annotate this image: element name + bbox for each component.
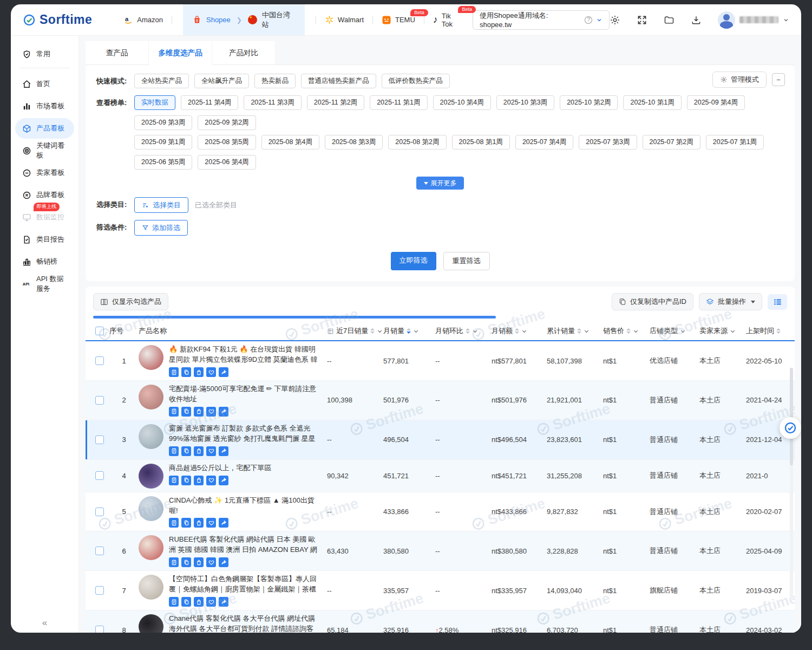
column-filter-chevron-icon[interactable] xyxy=(633,328,639,334)
column-header-月销环比[interactable]: 月销环比 xyxy=(435,326,492,336)
quick-mode-chip[interactable]: 热卖新品 xyxy=(254,74,296,88)
quick-mode-chip[interactable]: 低评价数热卖产品 xyxy=(382,74,450,88)
product-detail-icon[interactable] xyxy=(169,446,179,456)
tab-产品对比[interactable]: 产品对比 xyxy=(212,41,276,65)
sort-carets[interactable] xyxy=(626,328,631,334)
floating-sorftime-button[interactable] xyxy=(780,417,801,439)
column-filter-chevron-icon[interactable] xyxy=(472,328,478,334)
product-favorite-icon[interactable] xyxy=(206,476,216,485)
fullscreen-icon[interactable] xyxy=(637,15,647,25)
horizontal-scrollbar-thumb[interactable] xyxy=(93,316,496,318)
product-image[interactable] xyxy=(139,424,163,449)
week-chip[interactable]: 2025-06 第5周 xyxy=(134,155,192,170)
table-row[interactable]: 2 宅配賣場-滿5000可享宅配免運 ✏ 下單前請注意收件地址 100,398 … xyxy=(86,381,795,420)
sort-carets[interactable] xyxy=(577,328,581,334)
row-checkbox[interactable] xyxy=(95,508,104,516)
week-chip[interactable]: 2025-07 第4周 xyxy=(515,135,573,150)
platform-amazon[interactable]: a Amazon xyxy=(123,15,163,25)
column-filter-chevron-icon[interactable] xyxy=(521,328,527,334)
product-image[interactable] xyxy=(139,575,163,600)
product-favorite-icon[interactable] xyxy=(206,446,216,456)
week-chip[interactable]: 2025-09 第4周 xyxy=(687,95,745,110)
product-share-icon[interactable] xyxy=(219,407,228,417)
product-favorite-icon[interactable] xyxy=(206,518,216,528)
column-header-产品名称[interactable]: 产品名称 xyxy=(139,326,327,336)
product-share-icon[interactable] xyxy=(219,597,228,607)
sidebar-item-market[interactable]: 市场看板 xyxy=(15,96,74,116)
copy-selected-ids-button[interactable]: 仅复制选中产品ID xyxy=(612,293,693,310)
product-image[interactable] xyxy=(139,385,163,410)
product-title[interactable]: 窗簾 遮光窗簾布 訂製款 多款式多色系 全遮光99%落地窗簾 透光窗紗 免打孔魔… xyxy=(169,424,319,444)
table-row[interactable]: 8 Chane代購 客製化代購 各大平台代購 網址代購 海外代購 各大平台都可貨… xyxy=(86,610,795,633)
platform-shopee-active[interactable]: S Shopee ❯ 中国台湾站 xyxy=(183,4,305,35)
week-chip[interactable]: 2025-08 第1周 xyxy=(452,135,510,150)
sidebar-item-monitor[interactable]: 数据监控 即将上线 xyxy=(15,207,74,227)
row-checkbox[interactable] xyxy=(95,435,104,444)
column-header-上架时间[interactable]: 上架时间 xyxy=(746,326,795,336)
reset-filter-button[interactable]: 重置筛选 xyxy=(443,252,490,270)
product-image[interactable] xyxy=(139,464,163,489)
sort-carets[interactable] xyxy=(776,328,781,334)
week-chip[interactable]: 2025-09 第2周 xyxy=(198,115,256,130)
platform-walmart[interactable]: Walmart xyxy=(325,15,364,24)
sidebar-item-rank[interactable]: 畅销榜 xyxy=(15,251,74,272)
tab-查产品[interactable]: 查产品 xyxy=(86,41,149,65)
download-icon[interactable] xyxy=(691,15,702,25)
row-checkbox[interactable] xyxy=(95,356,104,365)
folder-icon[interactable] xyxy=(664,15,675,25)
column-settings-button[interactable] xyxy=(768,294,787,310)
table-row[interactable]: 6 RUBEE代購 客製化代購 網站代購 日本 美國 歐洲 英國 德國 韓國 澳… xyxy=(86,531,795,571)
manage-mode-button[interactable]: 管理模式 xyxy=(712,72,767,88)
row-checkbox[interactable] xyxy=(95,471,104,480)
help-icon[interactable]: ? xyxy=(585,16,592,24)
week-chip[interactable]: 2025-08 第2周 xyxy=(388,135,446,150)
product-detail-icon[interactable] xyxy=(169,476,179,485)
product-image[interactable] xyxy=(139,535,163,560)
sidebar-item-api[interactable]: API API 数据服务 xyxy=(15,274,74,294)
product-detail-icon[interactable] xyxy=(169,557,179,567)
week-chip[interactable]: 2025-08 第5周 xyxy=(198,135,256,150)
product-image[interactable] xyxy=(139,345,163,370)
product-shop-icon[interactable] xyxy=(194,557,204,567)
product-share-icon[interactable] xyxy=(219,557,228,567)
week-chip[interactable]: 2025-06 第4周 xyxy=(198,155,256,170)
product-favorite-icon[interactable] xyxy=(206,367,216,377)
week-chip[interactable]: 2025-07 第1周 xyxy=(706,135,764,150)
row-checkbox[interactable] xyxy=(95,586,104,595)
sidebar-item-report[interactable]: 类目报告 xyxy=(15,229,74,250)
row-checkbox[interactable] xyxy=(95,396,104,405)
product-image[interactable] xyxy=(139,614,163,633)
sort-carets[interactable] xyxy=(466,328,470,334)
vertical-scrollbar-thumb[interactable] xyxy=(790,368,793,465)
week-chip[interactable]: 2025-11 第2周 xyxy=(307,95,364,110)
select-category-button[interactable]: 选择类目 xyxy=(134,197,188,213)
product-title[interactable]: 【空間特工】白色角鋼層架【客製專區】專人回覆｜免螺絲角鋼｜廚房置物架｜金屬鐵架｜… xyxy=(169,574,319,595)
column-header-月销额[interactable]: 月销额 xyxy=(492,326,547,336)
sidebar-item-keyword[interactable]: 关键词看板 xyxy=(15,140,74,161)
product-favorite-icon[interactable] xyxy=(206,597,216,607)
column-header-累计销量[interactable]: 累计销量 xyxy=(547,326,603,336)
week-chip[interactable]: 2025-11 第4周 xyxy=(181,95,238,110)
week-chip[interactable]: 2025-08 第4周 xyxy=(261,135,319,150)
apply-filter-button[interactable]: 立即筛选 xyxy=(391,252,436,270)
sidebar-item-seller[interactable]: 卖家看板 xyxy=(15,162,74,183)
quick-mode-chip[interactable]: 普通店铺热卖新产品 xyxy=(301,74,376,88)
product-title[interactable]: 商品超過5公斤以上，宅配下單區 xyxy=(169,463,271,473)
column-filter-chevron-icon[interactable] xyxy=(413,328,419,334)
week-chip[interactable]: 2025-11 第3周 xyxy=(244,95,301,110)
table-row[interactable]: 1 🔥 新款KF94 下殺1元 🔥 在台現貨出貨 韓國明星同款 單片獨立包裝蝶形… xyxy=(86,341,795,381)
product-favorite-icon[interactable] xyxy=(206,557,216,567)
product-shop-icon[interactable] xyxy=(194,476,204,485)
realtime-data-chip[interactable]: 实时数据 xyxy=(134,95,175,110)
row-checkbox[interactable] xyxy=(95,547,104,555)
expand-more-button[interactable]: 展开更多 xyxy=(416,177,464,190)
product-shop-icon[interactable] xyxy=(194,518,204,528)
column-header-近7日销量[interactable]: 近7日销量 xyxy=(327,326,383,336)
product-detail-icon[interactable] xyxy=(169,518,179,528)
product-copy-icon[interactable] xyxy=(181,518,191,528)
sidebar-item-home[interactable]: 首页 xyxy=(15,74,74,94)
product-shop-icon[interactable] xyxy=(194,446,204,456)
product-share-icon[interactable] xyxy=(219,518,228,528)
sidebar-item-product[interactable]: 产品看板 xyxy=(15,118,74,139)
product-shop-icon[interactable] xyxy=(194,367,204,377)
